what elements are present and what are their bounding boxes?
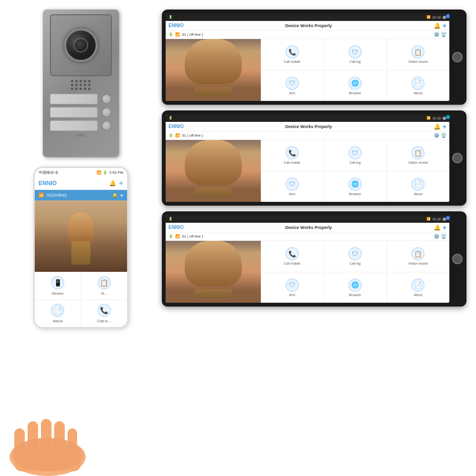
monitor-3-battery-sub: 🔋 — [169, 234, 173, 238]
monitor-1-visitor-icon: 📋 — [411, 45, 425, 59]
monitor-3-video — [166, 241, 261, 303]
phone-grid-item-visitor[interactable]: 📋 Vi... — [81, 272, 128, 299]
monitor-2-bell-icon: 🔔 — [434, 123, 441, 130]
phone-plus-button[interactable]: + — [119, 179, 123, 188]
hand-svg — [0, 400, 105, 476]
phone-about-icon: 📄 — [51, 304, 64, 317]
monitor-1-screen: 🔋 📶 02:18 🤖 ENNIO Device Works Properly … — [166, 13, 449, 101]
monitor-3-arm-label: Arm — [289, 293, 295, 297]
monitor-2-btn-call-mobile[interactable]: 📞 Call mobile — [261, 140, 323, 171]
phone-add-icon[interactable]: + — [120, 192, 123, 198]
monitor-3-about-icon: 📄 — [411, 278, 425, 292]
monitor-2-visitor-label: Visitor record — [408, 161, 428, 164]
monitor-2-trash-icon[interactable]: 🗑️ — [441, 133, 446, 138]
monitor-1-device-text: 31 ( off-line ) — [182, 32, 203, 37]
doorbell-btn-3[interactable] — [101, 120, 112, 131]
doorbell-btn-1[interactable] — [101, 94, 112, 104]
monitor-2-call-log-label: Call log — [349, 161, 360, 164]
phone-calllog-label: Call lo... — [97, 319, 111, 323]
monitor-3-video-face — [166, 241, 261, 303]
monitor-1-buttons-grid: 📞 Call mobile 🛡 Call log 📋 Visitor recor… — [261, 39, 449, 101]
monitor-2-status-bar: 🔋 📶 02:18 🤖 — [166, 114, 449, 122]
monitor-2-buttons-grid: 📞 Call mobile 🛡 Call log 📋 Visitor recor… — [261, 140, 449, 202]
monitor-3-btn-call-log[interactable]: 🛡 Call log — [324, 241, 386, 272]
monitor-3-app-name: ENNIO — [169, 225, 184, 230]
monitor-1-gear-icon[interactable]: ⚙️ — [434, 32, 439, 37]
monitor-2-gear-icon[interactable]: ⚙️ — [434, 133, 439, 138]
monitor-1-wifi-icon: 📶 — [426, 15, 431, 19]
monitor-3-visitor-icon: 📋 — [411, 247, 425, 260]
monitor-1-btn-call-mobile[interactable]: 📞 Call mobile — [261, 39, 323, 70]
monitor-1-btn-visitor[interactable]: 📋 Visitor record — [387, 39, 449, 70]
phone-video-area — [35, 200, 127, 272]
phone-bell-small-icon: 🔔 — [112, 193, 118, 198]
monitor-2-btn-browser[interactable]: 🌐 Browser — [324, 171, 386, 202]
monitor-3-trash-icon[interactable]: 🗑️ — [441, 234, 446, 239]
camera-lens-inner — [74, 38, 88, 52]
monitor-3-battery-icon: 🔋 — [169, 217, 173, 221]
monitor-2-plus-button[interactable]: + — [443, 123, 446, 130]
monitor-2-btn-arm[interactable]: 🛡 Arm — [261, 171, 323, 202]
phone-section: 中国移动 令 📶 🔋 3:53 PM ENNIO 🔔 + — [10, 167, 152, 466]
monitor-1-btn-call-log[interactable]: 🛡 Call log — [324, 39, 386, 70]
monitor-2-btn-about[interactable]: 📄 About — [387, 171, 449, 202]
doorbell-label-2 — [50, 107, 98, 118]
monitor-2-btn-call-log[interactable]: 🛡 Call log — [324, 140, 386, 171]
monitor-1-call-log-icon: 🛡 — [348, 45, 362, 59]
monitor-1-browser-icon: 🌐 — [348, 77, 362, 90]
phone-about-label: About — [53, 319, 63, 323]
phone-video-face — [35, 200, 127, 272]
monitor-3-face-shape — [185, 241, 242, 287]
doorbell-buttons-area — [50, 94, 112, 131]
monitor-2-sub-bar-right: ⚙️ 🗑️ — [434, 133, 446, 138]
monitor-1-call-mobile-label: Call mobile — [284, 60, 300, 63]
monitor-1-battery-icon: 🔋 — [169, 15, 173, 19]
monitor-2-about-label: About — [414, 192, 422, 196]
monitor-1-call-mobile-icon: 📞 — [286, 45, 299, 59]
phone-device-label: 31(Online) — [47, 193, 67, 198]
monitor-3-btn-visitor[interactable]: 📋 Visitor record — [387, 241, 449, 272]
right-column: 🔋 📶 02:18 🤖 ENNIO Device Works Properly … — [162, 10, 466, 466]
phone-grid-area: 📱 Device 📋 Vi... 📄 About 📞 Call lo... — [35, 272, 127, 327]
monitor-2-side-button[interactable] — [452, 153, 463, 163]
monitor-1-icons-right: 🔔 + — [434, 22, 446, 30]
phone-status-bar: 中国移动 令 📶 🔋 3:53 PM — [35, 168, 127, 177]
monitor-1-sub-bar: 🔋 📶 31 ( off-line ) ⚙️ 🗑️ — [166, 30, 449, 39]
monitor-3-btn-browser[interactable]: 🌐 Browser — [324, 272, 386, 303]
monitor-3-gear-icon[interactable]: ⚙️ — [434, 234, 439, 239]
monitor-2-browser-icon: 🌐 — [348, 178, 362, 191]
monitor-3-btn-arm[interactable]: 🛡 Arm — [261, 272, 323, 303]
monitor-1-plus-button[interactable]: + — [443, 22, 446, 30]
monitor-1-trash-icon[interactable]: 🗑️ — [441, 32, 446, 37]
monitor-2-app-bar: ENNIO Device Works Properly 🔔 + — [166, 122, 449, 131]
monitor-1-btn-browser[interactable]: 🌐 Browser — [324, 70, 386, 101]
monitor-3-btn-call-mobile[interactable]: 📞 Call mobile — [261, 241, 323, 272]
monitor-2-call-mobile-label: Call mobile — [284, 161, 300, 164]
speaker-grille — [71, 80, 91, 90]
monitor-1-side-button[interactable] — [452, 52, 463, 62]
doorbell-btn-2[interactable] — [101, 107, 112, 118]
monitor-2-btn-visitor[interactable]: 📋 Visitor record — [387, 140, 449, 171]
monitor-1-battery-sub: 🔋 — [169, 32, 173, 37]
monitor-2-arm-icon: 🛡 — [286, 178, 299, 191]
monitor-1-btn-arm[interactable]: 🛡 Arm — [261, 70, 323, 101]
phone-grid-item-device[interactable]: 📱 Device — [35, 272, 81, 299]
monitor-3-plus-button[interactable]: + — [443, 224, 446, 231]
monitor-1-btn-about[interactable]: 📄 About — [387, 70, 449, 101]
phone-grid-item-about[interactable]: 📄 About — [35, 300, 81, 327]
monitor-1-time: 02:18 — [432, 16, 441, 19]
phone-time: 3:53 PM — [109, 170, 123, 175]
monitor-1-video-face — [166, 39, 261, 101]
phone-grid-item-calllog[interactable]: 📞 Call lo... — [81, 300, 128, 327]
monitor-3-btn-about[interactable]: 📄 About — [387, 272, 449, 303]
monitor-2-wifi-sub: 📶 — [175, 133, 180, 138]
monitor-3-visitor-label: Visitor record — [408, 262, 428, 265]
phone-app-bar: ENNIO 🔔 + — [35, 177, 127, 190]
monitor-2-device-text: 31 ( off-line ) — [182, 133, 203, 138]
doorbell-button-row-2 — [50, 107, 112, 118]
monitor-3-side-button[interactable] — [452, 254, 463, 264]
phone-visitor-label: Vi... — [101, 291, 108, 296]
phone-app-name: ENNIO — [39, 180, 57, 187]
monitor-3-call-log-label: Call log — [349, 262, 360, 265]
monitor-1-call-log-label: Call log — [349, 60, 360, 63]
